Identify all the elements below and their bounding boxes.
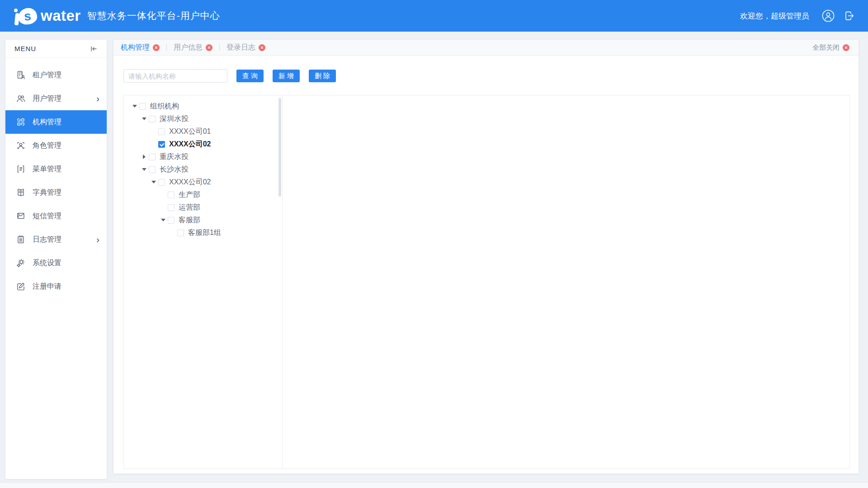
tree-node-4: 重庆水投: [124, 150, 282, 163]
log-icon: [15, 234, 26, 245]
sidebar-item-8[interactable]: 系统设置: [5, 251, 107, 275]
tab-close-icon[interactable]: ×: [259, 44, 265, 51]
menu-title: MENU: [14, 45, 36, 52]
sidebar-item-label: 日志管理: [33, 235, 96, 244]
tab-2[interactable]: 登录日志×: [226, 43, 265, 52]
checkbox-unchecked[interactable]: [177, 230, 184, 236]
tree-node-label[interactable]: 客服部: [179, 216, 200, 225]
sidebar-menu: 租户管理用户管理›机构管理角色管理菜单管理字典管理短信管理日志管理›系统设置注册…: [5, 58, 107, 298]
main-content: 机构管理×用户信息×登录日志× 全部关闭 × 查 询 新 增 删 除 组织机构深…: [113, 40, 859, 474]
org-name-search-input[interactable]: [123, 69, 227, 83]
detail-pane: [283, 95, 849, 469]
sidebar-item-label: 注册申请: [33, 282, 99, 291]
caret-down-icon[interactable]: [150, 181, 157, 183]
checkbox-unchecked[interactable]: [168, 192, 175, 198]
sidebar-item-3[interactable]: 角色管理: [5, 134, 107, 157]
tab-label: 机构管理: [121, 43, 150, 52]
sms-icon: [15, 211, 26, 221]
tree-node-2: XXXX公司01: [124, 125, 282, 138]
sidebar-item-4[interactable]: 菜单管理: [5, 157, 107, 181]
sidebar-item-1[interactable]: 用户管理›: [5, 87, 107, 110]
tree-node-10: 客服部1组: [124, 226, 282, 239]
tree-node-0: 组织机构: [124, 100, 282, 113]
close-all-label: 全部关闭: [812, 43, 840, 52]
tab-1[interactable]: 用户信息×: [174, 43, 212, 52]
checkbox-unchecked[interactable]: [149, 166, 156, 173]
org-panel: 组织机构深圳水投XXXX公司01XXXX公司02重庆水投长沙水投XXXX公司02…: [123, 95, 850, 469]
sidebar-item-label: 菜单管理: [33, 164, 99, 174]
tree-node-label[interactable]: XXXX公司02: [169, 178, 211, 187]
query-button[interactable]: 查 询: [236, 70, 264, 82]
sidebar-item-0[interactable]: 租户管理: [5, 63, 107, 87]
sidebar-item-label: 系统设置: [33, 258, 99, 268]
sidebar-item-label: 字典管理: [33, 188, 99, 197]
role-icon: [15, 140, 26, 151]
tree-node-label[interactable]: XXXX公司01: [169, 127, 211, 136]
chevron-right-icon: ›: [96, 235, 99, 244]
tree-node-label[interactable]: 深圳水投: [160, 114, 189, 124]
tree-node-7: 生产部: [124, 188, 282, 201]
tree-node-1: 深圳水投: [124, 113, 282, 125]
tab-close-icon[interactable]: ×: [153, 44, 160, 51]
sidebar-item-9[interactable]: 注册申请: [5, 275, 107, 298]
sidebar-item-6[interactable]: 短信管理: [5, 204, 107, 228]
delete-button[interactable]: 删 除: [309, 70, 336, 82]
checkbox-unchecked[interactable]: [158, 128, 165, 135]
tree-node-5: 长沙水投: [124, 163, 282, 176]
checkbox-unchecked[interactable]: [168, 217, 175, 224]
tree-node-label[interactable]: 长沙水投: [160, 165, 189, 174]
sidebar-collapse-icon[interactable]: [89, 44, 99, 54]
search-toolbar: 查 询 新 增 删 除: [123, 69, 859, 83]
tenant-icon: [15, 70, 26, 80]
register-icon: [15, 281, 26, 292]
logo-wordmark: water: [41, 7, 81, 24]
tree-node-label[interactable]: 生产部: [179, 190, 200, 200]
add-button[interactable]: 新 增: [273, 70, 300, 82]
close-all-tabs-button[interactable]: 全部关闭 ×: [812, 43, 849, 52]
checkbox-unchecked[interactable]: [158, 179, 165, 186]
tree-node-6: XXXX公司02: [124, 176, 282, 188]
tab-separator: [166, 44, 167, 51]
app-header: s water 智慧水务一体化平台-用户中心 欢迎您，超级管理员: [0, 0, 868, 32]
sidebar-item-label: 用户管理: [33, 94, 96, 103]
tree-node-label[interactable]: 组织机构: [150, 102, 179, 111]
sidebar-item-label: 短信管理: [33, 211, 99, 221]
tab-separator: [219, 44, 220, 51]
logout-icon[interactable]: [842, 9, 856, 23]
tree-node-9: 客服部: [124, 214, 282, 226]
sidebar-item-label: 租户管理: [33, 70, 99, 80]
caret-down-icon[interactable]: [160, 219, 167, 221]
sidebar-item-label: 机构管理: [33, 117, 99, 127]
checkbox-unchecked[interactable]: [149, 154, 156, 160]
tree-node-label[interactable]: 重庆水投: [160, 152, 189, 162]
checkbox-unchecked[interactable]: [168, 204, 175, 211]
sidebar-item-label: 角色管理: [33, 141, 99, 150]
close-all-icon[interactable]: ×: [843, 44, 849, 51]
caret-down-icon[interactable]: [131, 105, 138, 108]
sidebar: MENU 租户管理用户管理›机构管理角色管理菜单管理字典管理短信管理日志管理›系…: [5, 40, 107, 479]
tab-label: 登录日志: [226, 43, 255, 52]
caret-down-icon[interactable]: [141, 168, 148, 171]
checkbox-unchecked[interactable]: [139, 103, 146, 110]
tree-node-label[interactable]: 客服部1组: [188, 228, 221, 238]
sidebar-item-5[interactable]: 字典管理: [5, 181, 107, 204]
settings-icon: [15, 258, 26, 268]
caret-right-icon[interactable]: [141, 155, 148, 159]
checkbox-checked[interactable]: [158, 141, 165, 148]
tree-node-label[interactable]: 运营部: [179, 203, 200, 212]
sidebar-item-7[interactable]: 日志管理›: [5, 228, 107, 251]
checkbox-unchecked[interactable]: [149, 116, 156, 122]
tab-bar: 机构管理×用户信息×登录日志× 全部关闭 ×: [113, 40, 859, 56]
tree-scrollbar[interactable]: [278, 98, 281, 197]
bottom-scroll-strip: [0, 482, 868, 488]
sidebar-item-2-active[interactable]: 机构管理: [5, 110, 107, 134]
users-icon: [15, 93, 26, 104]
logo-water-drop-icon: s: [14, 5, 39, 26]
tree-node-label[interactable]: XXXX公司02: [169, 140, 211, 149]
caret-down-icon[interactable]: [141, 117, 148, 120]
org-tree-pane: 组织机构深圳水投XXXX公司01XXXX公司02重庆水投长沙水投XXXX公司02…: [124, 95, 283, 469]
user-avatar-icon[interactable]: [821, 9, 835, 23]
tab-close-icon[interactable]: ×: [206, 44, 212, 51]
chevron-right-icon: ›: [96, 94, 99, 103]
tab-0-active[interactable]: 机构管理×: [121, 43, 160, 52]
